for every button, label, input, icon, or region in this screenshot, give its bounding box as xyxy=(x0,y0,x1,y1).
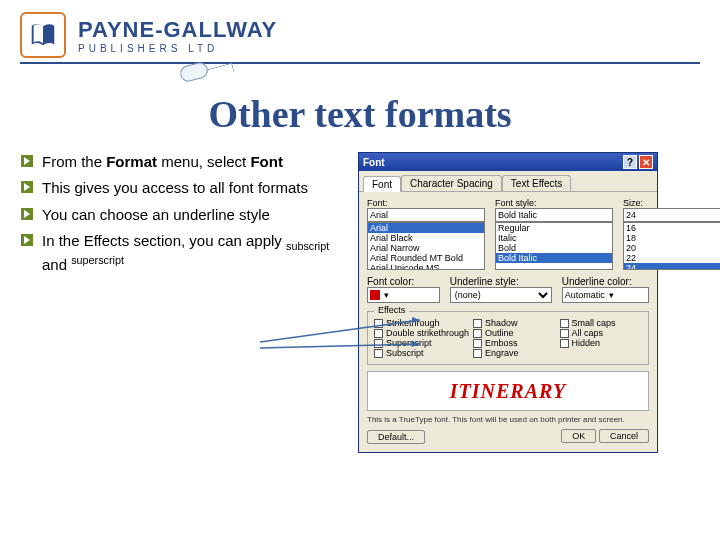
chk-outline[interactable]: Outline xyxy=(473,328,555,338)
bullet-text: You can choose an underline style xyxy=(42,205,270,225)
bullet-text: From the Format menu, select Font xyxy=(42,152,283,172)
chk-engrave[interactable]: Engrave xyxy=(473,348,555,358)
chk-allcaps[interactable]: All caps xyxy=(560,328,642,338)
chk-strikethrough[interactable]: Strikethrough xyxy=(374,318,469,328)
list-item: This gives you access to all font format… xyxy=(20,178,350,198)
underline-label: Underline style: xyxy=(450,276,552,287)
fontcolor-combo[interactable]: ▾ xyxy=(367,287,440,303)
font-dialog: Font ? ✕ Font Character Spacing Text Eff… xyxy=(358,152,658,453)
size-label: Size: xyxy=(623,198,720,208)
underline-combo[interactable]: (none) Words only xyxy=(450,287,552,303)
ok-button[interactable]: OK xyxy=(561,429,596,443)
effects-legend: Effects xyxy=(374,305,409,315)
chk-shadow[interactable]: Shadow xyxy=(473,318,555,328)
bullet-icon xyxy=(20,154,34,168)
truetype-note: This is a TrueType font. This font will … xyxy=(367,415,649,424)
underlinecolor-combo[interactable]: Automatic ▾ xyxy=(562,287,649,303)
chk-smallcaps[interactable]: Small caps xyxy=(560,318,642,328)
divider xyxy=(20,62,700,64)
list-item: You can choose an underline style xyxy=(20,205,350,225)
cancel-button[interactable]: Cancel xyxy=(599,429,649,443)
mouse-icon xyxy=(178,61,209,84)
size-listbox[interactable]: 16 18 20 22 24 xyxy=(623,222,720,270)
bullet-icon xyxy=(20,207,34,221)
font-field[interactable] xyxy=(367,208,485,222)
dialog-title: Font xyxy=(363,157,621,168)
bullet-icon xyxy=(20,233,34,247)
tab-text-effects[interactable]: Text Effects xyxy=(502,175,572,191)
style-label: Font style: xyxy=(495,198,613,208)
chk-subscript[interactable]: Subscript xyxy=(374,348,469,358)
help-button[interactable]: ? xyxy=(623,155,637,169)
fontcolor-label: Font color: xyxy=(367,276,440,287)
chk-dblstrike[interactable]: Double strikethrough xyxy=(374,328,469,338)
tab-font[interactable]: Font xyxy=(363,176,401,192)
list-item: In the Effects section, you can apply su… xyxy=(20,231,350,276)
list-item: From the Format menu, select Font xyxy=(20,152,350,172)
logo-icon xyxy=(20,12,66,58)
preview-text: ITINERARY xyxy=(450,380,566,403)
font-label: Font: xyxy=(367,198,485,208)
style-field[interactable] xyxy=(495,208,613,222)
font-listbox[interactable]: Arial Arial Black Arial Narrow Arial Rou… xyxy=(367,222,485,270)
default-button[interactable]: Default... xyxy=(367,430,425,444)
bullet-text: In the Effects section, you can apply su… xyxy=(42,231,350,276)
slide-title: Other text formats xyxy=(20,92,700,136)
bullet-text: This gives you access to all font format… xyxy=(42,178,308,198)
tab-char-spacing[interactable]: Character Spacing xyxy=(401,175,502,191)
chk-superscript[interactable]: Superscript xyxy=(374,338,469,348)
close-button[interactable]: ✕ xyxy=(639,155,653,169)
size-field[interactable] xyxy=(623,208,720,222)
chk-hidden[interactable]: Hidden xyxy=(560,338,642,348)
brand-wordmark: PAYNE-GALLWAY PUBLISHERS LTD xyxy=(78,17,277,54)
style-listbox[interactable]: Regular Italic Bold Bold Italic xyxy=(495,222,613,270)
chk-emboss[interactable]: Emboss xyxy=(473,338,555,348)
underlinecolor-label: Underline color: xyxy=(562,276,649,287)
bullet-icon xyxy=(20,180,34,194)
preview-box: ITINERARY xyxy=(367,371,649,411)
